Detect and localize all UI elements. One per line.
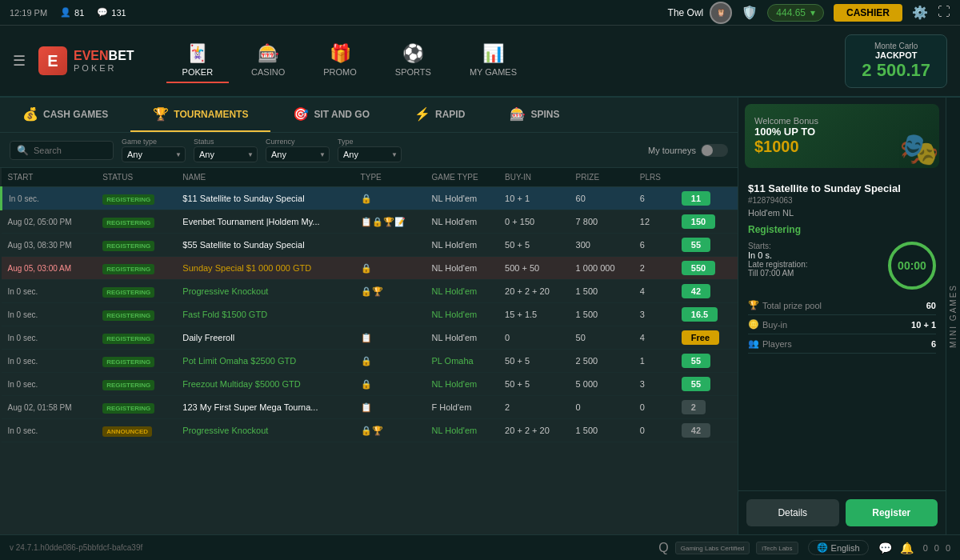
table-row[interactable]: In 0 sec. REGISTERING Progressive Knocko… (2, 280, 738, 303)
cell-gametype: NL Hold'em (426, 257, 499, 280)
table-row[interactable]: Aug 02, 05:00 PM REGISTERING Evenbet Tou… (2, 210, 738, 234)
search-input[interactable] (34, 146, 106, 155)
tab-spins-label: SPINS (530, 109, 559, 120)
cell-plrs: 6 (634, 234, 675, 257)
nav-item-poker[interactable]: 🃏 POKER (166, 38, 230, 83)
cell-buyin: 0 + 150 (498, 210, 570, 234)
q-badge: Q (658, 541, 668, 555)
bell-icon[interactable]: 🔔 (900, 542, 914, 554)
action-button[interactable]: 2 (682, 400, 706, 414)
jackpot-label: JACKPOT (862, 50, 930, 60)
table-row[interactable]: Aug 02, 01:58 PM REGISTERING 123 My Firs… (2, 396, 738, 419)
table-row[interactable]: In 0 sec. REGISTERING Freezout Multiday … (2, 373, 738, 396)
cell-name: Freezout Multiday $5000 GTD (176, 373, 354, 396)
action-button[interactable]: 42 (682, 423, 710, 438)
action-button[interactable]: 150 (682, 214, 715, 229)
chevron-down-icon[interactable]: ▾ (810, 7, 815, 18)
cell-action[interactable]: 2 (675, 396, 738, 419)
trophy-icon: 🏆 (748, 300, 759, 310)
table-row[interactable]: In 0 sec. ANNOUNCED Progressive Knockout… (2, 419, 738, 442)
action-button[interactable]: 55 (682, 354, 710, 368)
language-selector[interactable]: 🌐 English (808, 540, 869, 555)
cell-action[interactable]: Free (675, 326, 738, 350)
hamburger-menu[interactable]: ☰ (13, 52, 26, 70)
buyin-row: 🪙 Buy-in 10 + 1 (748, 315, 936, 334)
players-label: 👥 Players (748, 338, 792, 349)
itech-badge: iTech Labs (756, 542, 798, 554)
tournament-table: START STATUS NAME TYPE GAME TYPE BUY-IN … (0, 168, 738, 534)
cell-action[interactable]: 55 (675, 373, 738, 396)
cell-status: ANNOUNCED (96, 419, 176, 442)
col-header-action (675, 168, 738, 187)
table-row[interactable]: In 0 sec. REGISTERING Daily Freeroll 📋 N… (2, 326, 738, 350)
action-button[interactable]: 550 (682, 261, 715, 275)
table-row[interactable]: Aug 05, 03:00 AM REGISTERING Sunday Spec… (2, 257, 738, 280)
chat-footer-icon[interactable]: 💬 (878, 542, 892, 554)
action-button[interactable]: 16.5 (682, 307, 718, 322)
table-row[interactable]: In 0 sec. REGISTERING Fast Fold $1500 GT… (2, 303, 738, 326)
count-1: 0 (923, 543, 928, 553)
action-button[interactable]: 11 (682, 191, 710, 206)
cell-type (354, 303, 426, 326)
table-row[interactable]: Aug 03, 08:30 PM REGISTERING $55 Satelli… (2, 234, 738, 257)
logo-poker: POKER (74, 63, 134, 73)
tab-cash-games[interactable]: 💰 CASH GAMES (0, 98, 130, 132)
cell-start: In 0 sec. (2, 303, 97, 326)
table-row[interactable]: In 0 sec. REGISTERING Pot Limit Omaha $2… (2, 350, 738, 373)
tab-sitandgo[interactable]: 🎯 SIT AND GO (270, 98, 392, 132)
nav-item-sports[interactable]: ⚽ SPORTS (379, 38, 447, 83)
action-button[interactable]: 55 (682, 238, 710, 252)
cashier-button[interactable]: CASHIER (834, 4, 902, 22)
type-select[interactable]: Any (338, 146, 402, 162)
clock-time: 12:19 PM (10, 8, 47, 18)
logo-even: EVEN (74, 49, 109, 62)
cell-action[interactable]: 55 (675, 234, 738, 257)
tab-tournaments[interactable]: 🏆 TOURNAMENTS (130, 98, 270, 132)
settings-icon[interactable]: ⚙️ (912, 5, 928, 20)
cell-prize: 0 (570, 396, 634, 419)
late-reg-val: Till 07:00 AM (748, 269, 794, 278)
cell-action[interactable]: 550 (675, 257, 738, 280)
cell-status: REGISTERING (96, 257, 176, 280)
register-button[interactable]: Register (846, 499, 938, 526)
cell-plrs: 1 (634, 350, 675, 373)
cell-action[interactable]: 42 (675, 419, 738, 442)
nav-item-casino[interactable]: 🎰 CASINO (235, 38, 301, 83)
nav-item-promo[interactable]: 🎁 PROMO (307, 38, 373, 83)
game-type-select[interactable]: Any (122, 146, 186, 162)
players-value: 6 (931, 339, 936, 349)
status-registering: Registering (748, 224, 936, 235)
cell-action[interactable]: 55 (675, 350, 738, 373)
cell-buyin: 2 (498, 396, 570, 419)
cell-action[interactable]: 42 (675, 280, 738, 303)
cell-action[interactable]: 150 (675, 210, 738, 234)
users-count: 👤 81 (60, 7, 84, 18)
cell-start: In 0 sec. (2, 350, 97, 373)
cell-gametype: NL Hold'em (426, 373, 499, 396)
buyin-value: 10 + 1 (911, 320, 936, 330)
my-tourneys-toggle[interactable]: My tourneys (648, 144, 728, 157)
count-2: 0 (934, 543, 939, 553)
toggle-knob (702, 145, 713, 156)
type-label: Type (338, 138, 402, 146)
status-select[interactable]: Any (194, 146, 258, 162)
bonus-banner[interactable]: Welcome Bonus 100% UP TO $1000 🎭 (745, 104, 939, 168)
action-button[interactable]: 55 (682, 377, 710, 391)
fullscreen-icon[interactable]: ⛶ (938, 5, 950, 20)
tab-rapid[interactable]: ⚡ RAPID (392, 98, 487, 132)
table-row[interactable]: In 0 sec. REGISTERING $11 Satellite to S… (2, 187, 738, 210)
cell-status: REGISTERING (96, 396, 176, 419)
action-button[interactable]: Free (682, 330, 719, 345)
mini-games-sidebar[interactable]: MINI GAMES (946, 98, 960, 534)
tab-spins[interactable]: 🎰 SPINS (487, 98, 582, 132)
currency-select[interactable]: Any (266, 146, 330, 162)
game-type-label: Game type (122, 138, 186, 146)
details-button[interactable]: Details (746, 499, 839, 526)
mini-games-label: MINI GAMES (949, 284, 958, 348)
search-box[interactable]: 🔍 (10, 141, 114, 160)
cell-action[interactable]: 11 (675, 187, 738, 210)
nav-item-mygames[interactable]: 📊 MY GAMES (454, 38, 533, 83)
cell-action[interactable]: 16.5 (675, 303, 738, 326)
toggle-switch[interactable] (701, 144, 728, 157)
action-button[interactable]: 42 (682, 284, 710, 298)
